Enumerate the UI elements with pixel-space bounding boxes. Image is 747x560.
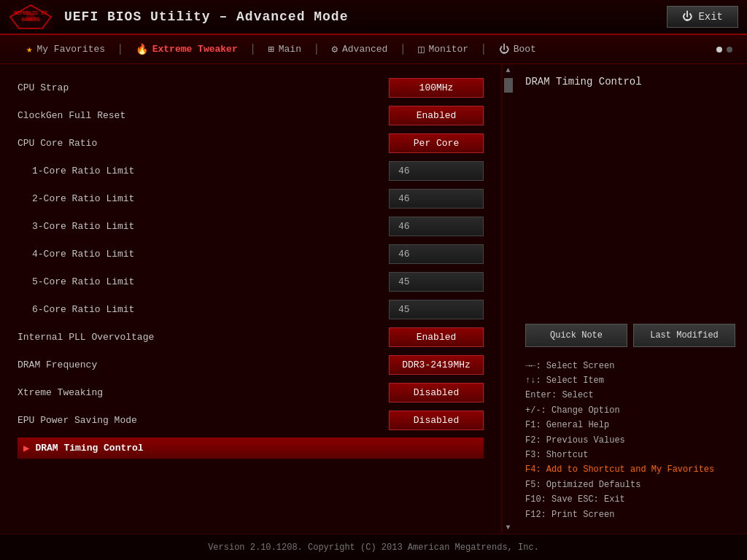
help-line: F4: Add to Shortcut and My Favorites [525, 462, 735, 477]
flame-icon: 🔥 [136, 43, 148, 55]
monitor-icon: ◫ [418, 43, 424, 55]
setting-row[interactable]: CPU Core RatioPer Core [18, 131, 484, 155]
nav-label-advanced: Advanced [342, 44, 387, 55]
logo-area: REPUBLIC OF GAMERS UEFI BIOS Utility – A… [9, 4, 348, 30]
setting-label: ClockGen Full Reset [18, 110, 389, 121]
nav-item-main[interactable]: ⊞ Main [256, 35, 313, 63]
setting-row[interactable]: EPU Power Saving ModeDisabled [18, 408, 484, 432]
setting-label: CPU Core Ratio [18, 138, 389, 149]
header-title: UEFI BIOS Utility – Advanced Mode [64, 9, 348, 24]
setting-label: 1-Core Ratio Limit [18, 166, 389, 176]
selected-row[interactable]: ▶ DRAM Timing Control [18, 438, 484, 459]
main-content: CPU Strap100MHzClockGen Full ResetEnable… [0, 64, 747, 534]
setting-label: 3-Core Ratio Limit [18, 221, 389, 232]
nav-sep-3: | [313, 43, 320, 56]
help-line: Enter: Select [525, 388, 735, 402]
exit-icon: ⏻ [682, 11, 692, 23]
scrollbar[interactable]: ▲ ▼ [502, 64, 514, 534]
setting-value[interactable]: DDR3-2419MHz [389, 355, 484, 375]
right-panel: DRAM Timing Control Quick Note Last Modi… [514, 64, 747, 534]
setting-label: 2-Core Ratio Limit [18, 193, 389, 204]
rog-logo: REPUBLIC OF GAMERS [9, 4, 53, 30]
nav-dot-2 [727, 47, 732, 52]
dram-timing-title: DRAM Timing Control [525, 76, 735, 88]
exit-label: Exit [698, 11, 723, 23]
nav-sep-2: | [249, 43, 257, 56]
nav-item-boot[interactable]: ⏻ Boot [487, 35, 548, 63]
help-line: F10: Save ESC: Exit [525, 492, 735, 507]
quick-note-button[interactable]: Quick Note [525, 324, 627, 347]
nav-item-extreme-tweaker[interactable]: 🔥 Extreme Tweaker [124, 35, 249, 63]
setting-label: 5-Core Ratio Limit [18, 276, 389, 287]
exit-button[interactable]: ⏻ Exit [667, 6, 738, 28]
help-line: →←: Select Screen [525, 359, 735, 373]
nav-sep-5: | [480, 43, 487, 56]
nav-bar: ★ My Favorites | 🔥 Extreme Tweaker | ⊞ M… [0, 35, 747, 64]
selected-arrow-icon: ▶ [23, 442, 29, 454]
setting-value[interactable]: 46 [389, 244, 484, 264]
help-line: F3: Shortcut [525, 448, 735, 462]
setting-row[interactable]: 4-Core Ratio Limit46 [18, 242, 484, 265]
advanced-icon: ⚙ [332, 43, 338, 55]
setting-label: Internal PLL Overvoltage [18, 332, 389, 343]
nav-label-monitor: Monitor [428, 44, 468, 55]
help-line: F12: Print Screen [525, 508, 735, 522]
nav-item-monitor[interactable]: ◫ Monitor [406, 35, 480, 63]
setting-value[interactable]: Disabled [389, 383, 484, 402]
setting-value[interactable]: 45 [389, 272, 484, 292]
quick-buttons: Quick Note Last Modified [525, 324, 735, 347]
setting-value[interactable]: 46 [389, 217, 484, 236]
setting-value[interactable]: 46 [389, 189, 484, 209]
setting-label: 4-Core Ratio Limit [18, 249, 389, 260]
nav-label-favorites: My Favorites [36, 44, 105, 55]
setting-value[interactable]: Enabled [389, 106, 484, 125]
help-line: +/-: Change Option [525, 403, 735, 418]
nav-item-favorites[interactable]: ★ My Favorites [15, 35, 117, 63]
last-modified-button[interactable]: Last Modified [633, 324, 735, 347]
setting-row[interactable]: 5-Core Ratio Limit45 [18, 270, 484, 293]
header: REPUBLIC OF GAMERS UEFI BIOS Utility – A… [0, 0, 747, 35]
nav-sep-4: | [399, 43, 406, 56]
setting-label: DRAM Frequency [18, 359, 389, 370]
nav-label-extreme-tweaker: Extreme Tweaker [152, 44, 238, 55]
scrollbar-down-arrow[interactable]: ▼ [506, 521, 510, 534]
scrollbar-up-arrow[interactable]: ▲ [506, 64, 510, 77]
setting-value[interactable]: 100MHz [389, 78, 484, 98]
nav-label-main: Main [279, 44, 301, 55]
setting-row[interactable]: Internal PLL OvervoltageEnabled [18, 325, 484, 349]
footer: Version 2.10.1208. Copyright (C) 2013 Am… [0, 534, 747, 560]
setting-label: EPU Power Saving Mode [18, 415, 389, 426]
help-text: →←: Select Screen↑↓: Select ItemEnter: S… [525, 359, 735, 522]
nav-sep-1: | [117, 43, 124, 56]
setting-row[interactable]: 2-Core Ratio Limit46 [18, 187, 484, 210]
setting-row[interactable]: 6-Core Ratio Limit45 [18, 298, 484, 321]
setting-row[interactable]: 3-Core Ratio Limit46 [18, 214, 484, 238]
nav-dots [716, 47, 732, 52]
footer-text: Version 2.10.1208. Copyright (C) 2013 Am… [208, 542, 539, 553]
setting-label: Xtreme Tweaking [18, 387, 389, 398]
setting-row[interactable]: ClockGen Full ResetEnabled [18, 104, 484, 127]
help-line: F1: General Help [525, 418, 735, 432]
nav-dot-1 [716, 47, 722, 52]
settings-container: CPU Strap100MHzClockGen Full ResetEnable… [18, 76, 484, 432]
setting-value[interactable]: Enabled [389, 327, 484, 347]
setting-row[interactable]: Xtreme TweakingDisabled [18, 381, 484, 404]
svg-point-4 [26, 12, 35, 21]
setting-row[interactable]: DRAM FrequencyDDR3-2419MHz [18, 353, 484, 376]
setting-value[interactable]: 45 [389, 300, 484, 319]
nav-label-boot: Boot [514, 44, 536, 55]
help-line: F2: Previous Values [525, 433, 735, 448]
help-line: F5: Optimized Defaults [525, 478, 735, 492]
help-line: ↑↓: Select Item [525, 373, 735, 388]
setting-value[interactable]: Disabled [389, 411, 484, 430]
setting-value[interactable]: Per Core [389, 133, 484, 153]
star-icon: ★ [26, 43, 32, 55]
setting-label: CPU Strap [18, 82, 389, 93]
setting-value[interactable]: 46 [389, 161, 484, 181]
grid-icon: ⊞ [268, 43, 274, 55]
nav-item-advanced[interactable]: ⚙ Advanced [320, 35, 400, 63]
setting-row[interactable]: CPU Strap100MHz [18, 76, 484, 99]
setting-row[interactable]: 1-Core Ratio Limit46 [18, 159, 484, 182]
scrollbar-thumb[interactable] [504, 78, 513, 93]
left-panel: CPU Strap100MHzClockGen Full ResetEnable… [0, 64, 502, 534]
